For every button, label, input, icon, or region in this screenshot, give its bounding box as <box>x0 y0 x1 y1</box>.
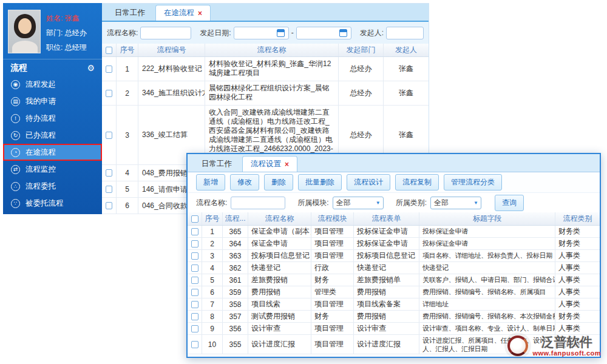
flow-design-button[interactable]: 流程设计 <box>347 174 390 190</box>
edit-button[interactable]: 修改 <box>230 174 259 190</box>
table-row[interactable]: 4 362 快递登记 行政 快递登记 快递登记 人事类 <box>188 262 600 274</box>
sidebar-item-in-transit-flows[interactable]: ◔ 在途流程 <box>3 144 102 161</box>
table-row[interactable]: 1 222_材料验收登记 材料验收登记_材料采购_张鑫_华润12城房建工程项目 … <box>102 57 429 81</box>
row-checkbox[interactable] <box>191 325 198 332</box>
tab-bar: 日常工作 流程设置 × <box>188 154 600 172</box>
cell-no: 2 <box>117 81 138 105</box>
app-stage: 姓名: 张鑫 部门: 总经办 职位: 总经理 流程 ⚙ ◉ 流程发起 ▤ 我的申… <box>0 0 607 364</box>
category-select[interactable]: 全部 ▼ <box>430 197 481 209</box>
manage-flow-category-button[interactable]: 管理流程分类 <box>444 174 502 190</box>
module-select[interactable]: 全部 ▼ <box>333 197 384 209</box>
sidebar-item-my-applications[interactable]: ▤ 我的申请 <box>3 93 102 110</box>
fanpu-logo-icon <box>507 335 528 356</box>
table-header: 序号 流程编号 流程名称 发起部门 发起人 <box>102 44 429 57</box>
sidebar-item-flow-monitor[interactable]: ⇄ 流程监控 <box>3 161 102 178</box>
batch-delete-button[interactable]: 批量删除 <box>298 174 342 190</box>
org-chart-icon: ∵ <box>11 199 20 208</box>
header-dept: 发起部门 <box>339 44 384 56</box>
avatar <box>8 10 41 53</box>
tab-flow-settings[interactable]: 流程设置 × <box>242 156 297 172</box>
tab-daily-work[interactable]: 日常工作 <box>194 156 240 172</box>
search-button[interactable]: 查询 <box>495 195 524 211</box>
table-row[interactable]: 7 358 项目线索 项目管理 项目线索备案 详细地址 人事类 <box>188 298 600 311</box>
cell-dept: 总经办 <box>339 81 384 105</box>
tab-label: 日常工作 <box>115 8 145 18</box>
table-row[interactable]: 9 356 设计审查 项目管理 设计审查 设计审查、项目名称、专业、设计人、制单… <box>188 323 600 335</box>
start-date-label: 发起日期: <box>200 28 231 38</box>
flow-name-input[interactable] <box>231 197 285 209</box>
row-checkbox[interactable] <box>191 265 198 272</box>
row-checkbox[interactable] <box>106 132 112 139</box>
table-row[interactable]: 1 365 保证金申请（副本） 项目管理 投标保证金申请 投标保证金申请 财务类 <box>188 226 600 238</box>
close-icon[interactable]: × <box>198 10 202 17</box>
gear-icon[interactable]: ⚙ <box>87 63 95 73</box>
row-checkbox[interactable] <box>191 313 198 320</box>
cell-name: 保证金申请 <box>248 238 311 249</box>
header-form: 流程表单 <box>354 212 419 225</box>
cell-title-field: 快递登记 <box>419 262 555 274</box>
start-date-to-field <box>296 27 351 39</box>
table-row[interactable]: 5 361 差旅费报销 财务 差旅费报销单 关联客户、报销人、申请日期、部门、报… <box>188 274 600 286</box>
sidebar-item-label: 我的申请 <box>25 96 56 107</box>
sidebar-item-flow-start[interactable]: ◉ 流程发起 <box>3 76 102 93</box>
row-checkbox[interactable] <box>191 252 198 260</box>
row-checkbox[interactable] <box>191 301 198 308</box>
sidebar-item-delegated-flows[interactable]: ∵ 被委托流程 <box>3 195 102 212</box>
cell-form: 投标项目信息登记 <box>354 250 419 261</box>
user-title: 职位: 总经理 <box>46 40 87 55</box>
row-checkbox[interactable] <box>106 186 112 193</box>
row-checkbox[interactable] <box>106 90 112 97</box>
close-icon[interactable]: × <box>285 161 289 168</box>
cell-module: 财务 <box>311 274 354 286</box>
window-flow-settings: 日常工作 流程设置 × 新增 修改 删除 批量删除 流程设计 流程复制 管理流程… <box>186 153 601 358</box>
cell-no: 3 <box>202 250 223 261</box>
select-all-checkbox[interactable] <box>191 215 198 223</box>
clock-icon: ◔ <box>11 148 20 157</box>
header-sender: 发起人 <box>384 44 429 56</box>
add-button[interactable]: 新增 <box>196 174 225 190</box>
row-checkbox[interactable] <box>191 341 198 348</box>
table-row[interactable]: 2 364 保证金申请 项目管理 投标保证金申请 投标保证金申请 财务类 <box>188 238 600 250</box>
flow-copy-button[interactable]: 流程复制 <box>395 174 439 190</box>
sidebar-item-flow-delegate[interactable]: ∴ 流程委托 <box>3 178 102 195</box>
flow-name-input[interactable] <box>140 27 191 39</box>
table-row[interactable]: 8 357 测试费用报销 财务 费用报销 费用报销、报销编号、报销名称、本次报销… <box>188 311 600 323</box>
row-checkbox[interactable] <box>106 202 112 209</box>
sidebar-menu: ◉ 流程发起 ▤ 我的申请 ! 待办流程 ↻ 已办流程 ◔ 在途流程 <box>3 76 102 212</box>
calendar-icon[interactable] <box>277 29 285 37</box>
select-all-checkbox[interactable] <box>106 47 112 54</box>
calendar-icon[interactable] <box>339 29 347 37</box>
cell-title-field: 投标保证金申请 <box>419 238 555 249</box>
start-date-from-input[interactable] <box>234 28 277 38</box>
start-date-to-input[interactable] <box>297 28 339 38</box>
cell-code: 358 <box>223 298 248 310</box>
cell-sender: 张鑫 <box>384 57 429 81</box>
table-row[interactable]: 2 346_施工组织设计方案申请 晨铭园林绿化工程组织设计方案_晨铭园林绿化工程… <box>102 81 429 106</box>
cell-title-field: 设计审查、项目名称、专业、设计人、制单日期 <box>419 323 555 334</box>
table-row[interactable]: 3 363 投标项目信息登记 项目管理 投标项目信息登记 项目名称、详细地址、投… <box>188 250 600 262</box>
row-checkbox[interactable] <box>191 228 198 235</box>
sidebar-item-pending-flows[interactable]: ! 待办流程 <box>3 110 102 127</box>
flow-name-label: 流程名称: <box>107 28 138 38</box>
table-row[interactable]: 6 359 费用报销 管理类 费用报销 费用报销、报销编号、报销名称、所属项目 … <box>188 286 600 298</box>
cell-form: 费用报销 <box>354 286 419 298</box>
row-checkbox[interactable] <box>106 169 112 177</box>
row-checkbox[interactable] <box>106 66 112 73</box>
row-checkbox[interactable] <box>191 240 198 248</box>
tab-label: 流程设置 <box>251 159 281 169</box>
header-name: 流程名称 <box>248 212 311 225</box>
tab-in-transit-flow[interactable]: 在途流程 × <box>155 5 211 21</box>
cell-name: 差旅费报销 <box>248 274 311 286</box>
cell-code: 365 <box>223 226 248 237</box>
chevron-down-icon: ▼ <box>471 200 481 206</box>
tab-daily-work[interactable]: 日常工作 <box>107 5 153 21</box>
delete-button[interactable]: 删除 <box>264 174 293 190</box>
cell-code: 364 <box>223 238 248 249</box>
row-checkbox[interactable] <box>191 289 198 296</box>
row-checkbox[interactable] <box>191 277 198 284</box>
cell-code: 356 <box>223 323 248 334</box>
cell-form: 设计审查 <box>354 323 419 334</box>
sidebar-item-label: 已办流程 <box>25 130 56 141</box>
sender-input[interactable] <box>386 27 424 39</box>
sidebar-item-done-flows[interactable]: ↻ 已办流程 <box>3 127 102 144</box>
